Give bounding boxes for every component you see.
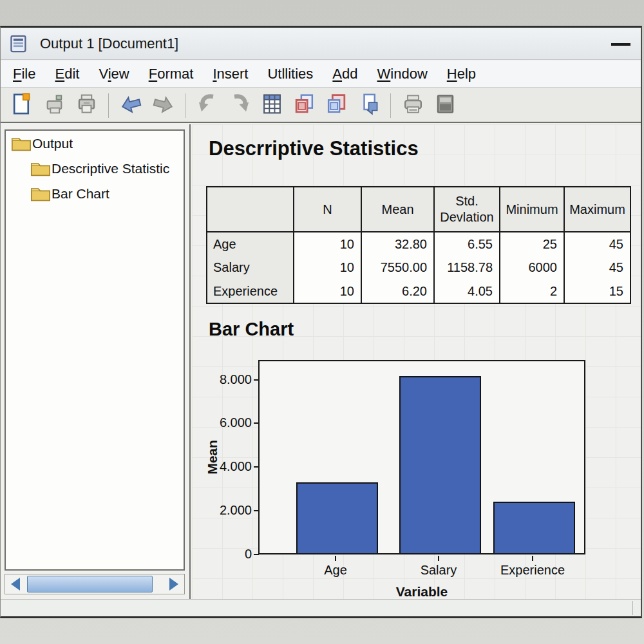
tree-item-label: Bar Chart [52, 186, 109, 202]
menu-add[interactable]: Add [323, 64, 367, 84]
tree-item-bar-chart[interactable]: Bar Chart [6, 181, 184, 206]
x-tick-mark [532, 556, 533, 561]
chart-plot-area [258, 360, 585, 554]
data-table-button[interactable] [257, 91, 287, 120]
new-document-button[interactable] [7, 91, 37, 120]
descriptive-statistics-table[interactable]: NMeanStd. DevlationMinimumMaximumAge1032… [206, 186, 631, 304]
y-tick-label: 2.000 [196, 503, 252, 518]
printer-setup-button[interactable] [398, 91, 428, 120]
menu-format[interactable]: Format [139, 64, 204, 84]
descriptives-heading: Descrriptive Statistics [209, 137, 419, 160]
go-forward-icon [151, 92, 175, 118]
column-header-mean: Mean [361, 187, 434, 232]
scroll-left-button[interactable] [5, 574, 26, 594]
toolbar-separator [185, 93, 185, 118]
status-bar-divider [632, 601, 633, 615]
title-bar: Output 1 [Document1] [1, 28, 641, 60]
x-tick-label-salary: Salary [387, 563, 490, 578]
menu-bar: FileEditViewFormatInsertUtllitiesAddWind… [1, 61, 641, 88]
table-value-cell: 45 [564, 232, 630, 256]
y-tick-label: 8.000 [196, 372, 252, 387]
go-forward-button[interactable] [148, 91, 178, 120]
print-preview-button[interactable] [39, 91, 69, 120]
menu-edit[interactable]: Edit [45, 64, 89, 84]
windows-overlap-red-alt-button[interactable] [321, 91, 351, 120]
column-header-std-devlation: Std. Devlation [434, 187, 500, 232]
output-content-pane: Descrriptive Statistics NMeanStd. Devlat… [192, 124, 641, 599]
windows-overlap-red-button[interactable] [289, 91, 319, 120]
row-label: Experience [207, 279, 294, 303]
tree-item-label: Output [32, 136, 73, 151]
tree-item-label: Descriptive Statistic [52, 161, 169, 176]
table-value-cell: 10 [294, 256, 361, 279]
insert-object-icon [357, 92, 381, 118]
undo-button[interactable] [193, 91, 222, 120]
toolbar-separator [390, 93, 391, 118]
table-value-cell: 6.55 [434, 232, 500, 256]
output-panel-icon [433, 92, 457, 118]
menu-view[interactable]: View [89, 64, 138, 84]
outline-pane: OutputDescriptive StatisticBar Chart [1, 124, 191, 599]
chart-bar-salary [399, 376, 481, 553]
print-button[interactable] [71, 91, 101, 120]
folder-icon [30, 185, 51, 202]
column-header-n: N [294, 187, 361, 232]
output-viewer-window: Output 1 [Document1] FileEditViewFormatI… [0, 26, 642, 618]
row-label: Salary [207, 256, 294, 279]
go-back-button[interactable] [116, 91, 146, 120]
data-table-icon [260, 92, 284, 118]
table-value-cell: 1158.78 [434, 256, 500, 279]
outline-horizontal-scrollbar[interactable] [5, 574, 185, 594]
y-tick-label: 0 [196, 547, 252, 562]
table-header-row: NMeanStd. DevlationMinimumMaximum [207, 187, 630, 232]
right-arrow-icon [169, 578, 178, 591]
table-value-cell: 2 [500, 279, 564, 303]
x-axis-title: Variable [370, 584, 473, 599]
output-panel-button[interactable] [430, 91, 460, 120]
bar-chart-object[interactable]: 02.0004.0006.0008.000AgeSalaryExperience… [192, 351, 630, 599]
folder-icon [30, 160, 51, 177]
insert-object-button[interactable] [354, 91, 383, 120]
table-value-cell: 7550.00 [361, 256, 434, 279]
main-split: OutputDescriptive StatisticBar Chart Des… [1, 124, 641, 599]
redo-button[interactable] [225, 91, 254, 120]
y-tick-mark [254, 466, 259, 468]
menu-help[interactable]: Help [437, 64, 486, 84]
toolbar [1, 89, 641, 123]
left-arrow-icon [11, 578, 20, 591]
windows-overlap-red-icon [292, 92, 316, 118]
scrollbar-thumb[interactable] [27, 576, 153, 592]
menu-window[interactable]: Window [368, 64, 437, 84]
table-value-cell: 4.05 [434, 279, 500, 303]
redo-icon [228, 92, 252, 118]
scroll-right-button[interactable] [164, 574, 184, 594]
tree-item-output[interactable]: Output [6, 131, 184, 156]
table-row-salary: Salary107550.001158.78600045 [207, 256, 630, 279]
bar-chart-heading: Bar Chart [209, 319, 294, 340]
column-header-maximum: Maximum [564, 187, 630, 232]
table-value-cell: 25 [500, 232, 564, 256]
table-value-cell: 10 [294, 232, 361, 256]
table-value-cell: 45 [564, 256, 630, 279]
table-value-cell: 32.80 [361, 232, 434, 256]
x-tick-label-experience: Experience [481, 563, 584, 578]
window-title: Output 1 [Document1] [40, 35, 178, 52]
minimize-button[interactable] [611, 43, 630, 46]
table-value-cell: 6.20 [361, 279, 434, 303]
new-document-icon [10, 92, 34, 118]
menu-insert[interactable]: Insert [203, 64, 258, 84]
chart-bar-age [296, 482, 378, 553]
table-value-cell: 6000 [500, 256, 564, 279]
y-tick-mark [254, 422, 259, 424]
status-bar [1, 599, 641, 616]
y-tick-label: 6.000 [196, 415, 252, 430]
menu-file[interactable]: File [3, 64, 45, 84]
table-row-experience: Experience106.204.05215 [207, 279, 630, 303]
x-tick-label-age: Age [284, 563, 387, 578]
document-app-icon [9, 34, 28, 53]
tree-item-descriptive-statistic[interactable]: Descriptive Statistic [6, 156, 184, 181]
undo-icon [196, 92, 220, 118]
windows-overlap-red-alt-icon [325, 92, 348, 118]
y-tick-mark [254, 379, 259, 381]
menu-utllities[interactable]: Utllities [258, 64, 323, 84]
